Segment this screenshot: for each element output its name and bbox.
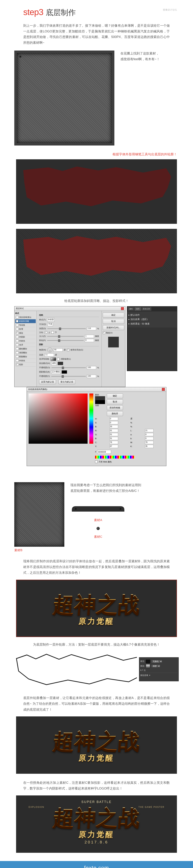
checkbox-icon[interactable]: [16, 332, 18, 334]
cancel-button[interactable]: 取消: [103, 319, 124, 324]
checkbox-icon[interactable]: [16, 347, 18, 350]
btn-reset[interactable]: 复位为默认值: [59, 380, 75, 384]
ps-style-option[interactable]: 斜面和浮雕: [15, 319, 36, 323]
ps-style-option[interactable]: 混合选项:默认: [15, 315, 36, 319]
ps-style-option[interactable]: 光泽: [15, 343, 36, 347]
picker-ok[interactable]: 确定: [107, 394, 123, 398]
checkbox-icon[interactable]: [16, 359, 18, 362]
input-hopac[interactable]: 100: [87, 366, 96, 369]
lab-K: K:: [130, 445, 144, 447]
ok-button[interactable]: 确定: [103, 313, 124, 317]
ps-style-option[interactable]: 描边: [15, 331, 36, 335]
input-sopac[interactable]: 100: [87, 375, 96, 378]
mini-stroke-swatch[interactable]: [146, 664, 150, 668]
inp-a[interactable]: [145, 433, 154, 436]
checkbox-icon[interactable]: [16, 316, 18, 318]
checkbox-icon[interactable]: [16, 336, 18, 338]
tab-history[interactable]: 历史记录: [141, 307, 151, 311]
select-hmode[interactable]: 滤色: [51, 362, 56, 365]
checkbox-icon[interactable]: [16, 328, 18, 330]
input-angle[interactable]: 90: [53, 348, 63, 351]
input-size[interactable]: 1: [85, 335, 94, 338]
input-soft[interactable]: 0: [85, 339, 94, 342]
inp-L[interactable]: [145, 429, 154, 432]
inp-C[interactable]: [110, 441, 118, 444]
newstyle-button[interactable]: 新建样式(W)...: [103, 325, 124, 330]
u-S: %: [130, 422, 144, 424]
btn-default[interactable]: 设置为默认值: [39, 380, 56, 384]
slider-size[interactable]: [47, 336, 84, 337]
split-note-l1: 现在我要考虑一下怎么把我们所找到的素材运用到: [70, 482, 163, 488]
scolor[interactable]: [62, 370, 67, 374]
checkbox-icon[interactable]: [16, 343, 18, 346]
tab-actions[interactable]: 动作: [134, 307, 141, 311]
inp-K[interactable]: [145, 445, 154, 448]
inp-Bc[interactable]: [110, 437, 118, 440]
ps-style-option[interactable]: 图案叠加: [15, 355, 36, 359]
inp-hex[interactable]: [97, 450, 111, 454]
action-3[interactable]: ▸ 画框通道 - 50 像素: [128, 322, 176, 326]
close-icon[interactable]: [162, 388, 165, 391]
checkbox-icon[interactable]: [16, 355, 18, 358]
mini-stroke-select[interactable]: 渐变: [151, 664, 160, 668]
inp-M[interactable]: [145, 441, 154, 444]
checkbox-icon[interactable]: [16, 363, 18, 366]
picker-field[interactable]: [29, 394, 87, 444]
intro-paragraph: 到上一步，我们字体效果打造的差不多了。接下来做啥，嗯？好像有点单薄啊，是不是应该…: [23, 23, 170, 45]
inp-S[interactable]: [110, 421, 118, 424]
hcolor[interactable]: [58, 362, 63, 365]
picker-add[interactable]: 添加到色板: [107, 405, 123, 410]
ps-style-option[interactable]: 外发光: [15, 359, 36, 363]
ps-style-option[interactable]: 投影: [15, 363, 36, 367]
select-style[interactable]: 外斜面: [47, 318, 54, 322]
ps-style-option[interactable]: 等高线: [15, 323, 36, 327]
chk-anti[interactable]: [57, 358, 60, 360]
logo-main-2: 超神之战: [52, 727, 141, 756]
radio-up[interactable]: [45, 331, 47, 334]
input-depth[interactable]: 118: [87, 327, 96, 330]
chk-web[interactable]: [95, 461, 98, 463]
inp-B[interactable]: [110, 425, 118, 428]
inp-Y[interactable]: [110, 445, 118, 448]
gloss-contour[interactable]: [50, 358, 56, 361]
ps-style-option[interactable]: 颜色叠加: [15, 347, 36, 351]
chk-global[interactable]: [67, 349, 69, 351]
picker-cancel[interactable]: 取消: [107, 399, 123, 404]
angle-dial[interactable]: [47, 347, 52, 352]
ps-style-option[interactable]: 纹理: [15, 327, 36, 331]
slider-soft[interactable]: [47, 340, 84, 341]
inp-H[interactable]: [110, 417, 118, 421]
checkbox-icon[interactable]: [16, 320, 18, 322]
picker-lib[interactable]: 颜色库: [107, 411, 123, 416]
slider-depth[interactable]: [47, 328, 86, 329]
slider-hopac[interactable]: [51, 367, 86, 368]
tab-props[interactable]: 属性: [128, 307, 134, 311]
radio-down[interactable]: [51, 331, 54, 334]
select-method[interactable]: 平滑: [47, 322, 53, 326]
lab-Y: Y:: [95, 445, 108, 447]
picker-hue[interactable]: [89, 394, 93, 444]
ps-style-option[interactable]: 内阴影: [15, 335, 36, 339]
checkbox-icon[interactable]: [16, 324, 18, 326]
step-number: step3: [23, 7, 43, 17]
mini-fill-select[interactable]: 无颜色: [151, 660, 162, 663]
chk-preview[interactable]: [103, 332, 105, 334]
checkbox-icon[interactable]: [16, 351, 18, 354]
action-2[interactable]: ▸ 淡出效果（选区）: [128, 317, 176, 322]
inp-R[interactable]: [110, 429, 118, 432]
ps-style-option[interactable]: 内发光: [15, 339, 36, 343]
ps-style-option[interactable]: 渐变叠加: [15, 351, 36, 355]
picker-swatch: [95, 396, 105, 404]
action-1[interactable]: ▸ 默认动作: [128, 313, 176, 317]
mini-fill-swatch[interactable]: [146, 660, 150, 663]
material-b-label: 素材B: [14, 548, 64, 552]
select-smode[interactable]: 正片叠底: [51, 370, 61, 374]
picker-spectrum[interactable]: [95, 456, 134, 459]
input-alt[interactable]: 11: [45, 353, 54, 356]
ps-dialog-title: 图层样式: [16, 307, 24, 310]
checkbox-icon[interactable]: [16, 340, 18, 342]
inp-b[interactable]: [145, 437, 154, 440]
inp-G[interactable]: [110, 433, 118, 436]
close-icon[interactable]: [121, 307, 124, 310]
slider-sopac[interactable]: [51, 376, 86, 377]
